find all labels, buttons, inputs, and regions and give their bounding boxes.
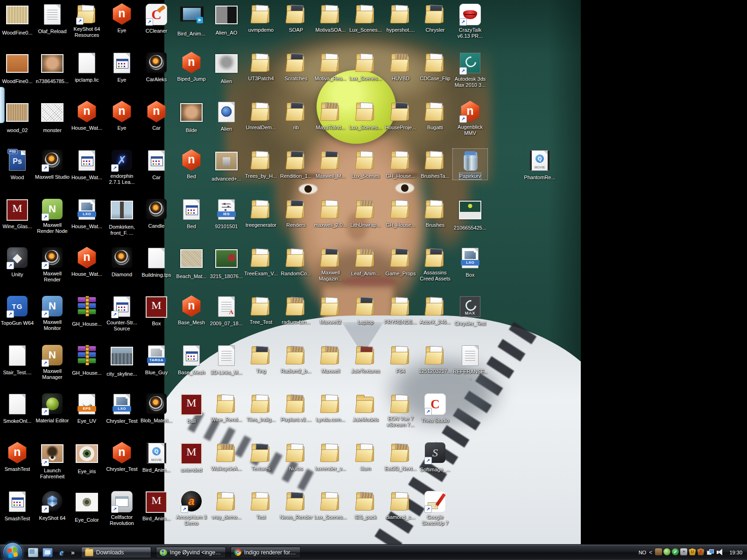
quicklaunch-overflow-chevron[interactable]: » [71, 549, 75, 556]
desktop-icon-topogun-w64[interactable]: TG↗TopoGun W64 [0, 295, 35, 327]
shield-check-icon[interactable] [672, 548, 679, 555]
desktop-icon-ccleaner[interactable]: C↗CCleaner [139, 3, 174, 35]
desktop-icon-textures[interactable]: Textures [244, 441, 278, 472]
desktop-icon-smokeonl[interactable]: SmokeOnl... [0, 392, 35, 425]
desktop-icon-treeexam-v[interactable]: TreeExam_V... [244, 246, 278, 277]
desktop-icon-rib[interactable]: rib [279, 100, 313, 131]
desktop-icon-referanse[interactable]: REFERANSE... [453, 344, 487, 381]
desktop-icon-domkirken-front-f[interactable]: Domkirken, front_F. ... [105, 198, 139, 237]
desktop-icon-lux-scenes[interactable]: Lux_Scenes... [348, 3, 383, 34]
desktop-icon-lux-scenes[interactable]: Lux_Scenes [348, 149, 383, 180]
desktop-icon-ting[interactable]: Ting [244, 344, 278, 375]
desktop-icon-brushesta[interactable]: BrushesTa... [418, 149, 452, 180]
desktop-icon-lux-scenes[interactable]: Lux_Scenes... [348, 51, 383, 82]
desktop-icon-maxwell2[interactable]: Maxwell2 [313, 295, 348, 326]
desktop-icon-autodesk-3ds-max-2010-3[interactable]: ↗Autodesk 3ds Max 2010 3... [453, 51, 487, 89]
desktop-icon-bird-anim[interactable]: QMOVIEBird_Anim... [139, 441, 174, 474]
show-desktop-icon[interactable] [28, 548, 38, 557]
desktop-icon-eye-color[interactable]: Eye_Color [70, 490, 104, 524]
desktop-icon-house-wat[interactable]: nHouse_Wat... [70, 100, 104, 132]
desktop-icon-buildning-tps[interactable]: Buildning.tps [139, 246, 174, 279]
desktop-icon-bird-anim[interactable]: ▶Bird_Anim... [174, 3, 209, 37]
desktop-icon-soap[interactable]: SOAP [279, 3, 313, 34]
desktop-icon-gh-house[interactable]: GH_House... [70, 295, 104, 328]
desktop-icon-mayatoind[interactable]: MayaToInd... [313, 100, 348, 131]
desktop-icon-assassins-creed-assets[interactable]: Assassins Creed Assets [418, 246, 452, 282]
desktop-icon-motiva-rea[interactable]: Motiva_Rea... [313, 51, 348, 82]
app-star-icon[interactable] [680, 548, 687, 555]
desktop-icon-actorx-246[interactable]: ActorX_246... [418, 295, 452, 326]
desktop-icon-f64[interactable]: F64 [383, 344, 418, 375]
desktop-icon-car[interactable]: nCar [139, 100, 174, 132]
desktop-icon-trees-by-h[interactable]: Trees_by_H... [244, 149, 278, 180]
desktop-icon-caraleks[interactable]: CarAleks [139, 51, 174, 83]
desktop-icon-smashtest[interactable]: nSmashTest [0, 441, 35, 473]
desktop-icon-pixplant-v2[interactable]: Pixplant.v2.... [279, 392, 313, 423]
desktop-icon-eye-uv[interactable]: EPSEye_UV [70, 392, 104, 425]
desktop-icon-alien[interactable]: Alien [209, 51, 244, 85]
desktop-icon-keyshot-64[interactable]: ↗KeyShot 64 [35, 490, 70, 522]
desktop-icon-game-props[interactable]: Game_Props [383, 246, 418, 277]
desktop-icon-monster[interactable]: monster [35, 100, 70, 134]
desktop-icon-city-skyline[interactable]: city_skyline... [105, 344, 139, 378]
desktop-icon-cellfactor-revolution[interactable]: ↗Cellfactor Revolution [105, 490, 139, 527]
desktop-icon-smashtest[interactable]: SmashTest [0, 490, 35, 522]
desktop-icon-augenblick-mmv[interactable]: n↗Augenblick MMV [453, 100, 487, 137]
switch-windows-icon[interactable] [42, 548, 53, 557]
desktop-icon-crazytalk-v6-13-pr[interactable]: ↗CrazyTalk v6.13 PR... [453, 3, 487, 40]
desktop-icon-house-wat[interactable]: nHouse_Wat... [70, 246, 104, 278]
desktop-icon-papirkurv[interactable]: Papirkurv [453, 149, 487, 180]
network-icon[interactable] [707, 549, 714, 556]
desktop-icon-radium2-b[interactable]: Radium2_b... [279, 344, 313, 375]
desktop-icon-lux-scenes[interactable]: Lux_Scenes... [313, 490, 348, 521]
desktop-icon-softimage[interactable]: S↗Softimage_... [418, 441, 452, 473]
taskbar-button-indigo-renderer-foru[interactable]: Indigo renderer foru... [231, 547, 301, 558]
desktop-icon-test[interactable]: Test [244, 490, 278, 521]
start-button[interactable] [2, 542, 23, 560]
desktop-icon-bed[interactable]: Bed [174, 198, 209, 230]
desktop-icon-ies-pack[interactable]: IES_pack [348, 490, 383, 521]
desktop-icon-houseproje[interactable]: HouseProje... [383, 100, 418, 131]
desktop-icon-olaf-reload[interactable]: Olaf_Reload [35, 3, 70, 35]
desktop-icon-hypershot[interactable]: hypershot.... [383, 3, 418, 34]
desktop-icon-eye[interactable]: nEye [105, 3, 139, 34]
desktop-icon-92101501[interactable]: IES92101501 [209, 198, 244, 230]
desktop-icon-alien-ao[interactable]: Alien_AO [209, 3, 244, 36]
internet-explorer-icon[interactable]: e [57, 548, 66, 557]
desktop-icon-motivasoa[interactable]: MotivaSOA... [313, 3, 348, 34]
desktop-icon-stair-test[interactable]: Stair_Test.... [0, 344, 35, 376]
desktop-icon-maxwell-render[interactable]: ↗Maxwell Render [35, 246, 70, 283]
desktop-icon-eye[interactable]: Eye [105, 51, 139, 84]
desktop-icon-leaf-anim[interactable]: Leaf_Anim... [348, 246, 383, 277]
desktop-icon-julemodels[interactable]: JuleModels [348, 392, 383, 423]
hand-icon[interactable] [655, 548, 662, 555]
desktop-icon-ut3patch4[interactable]: UT3Patch4 [244, 51, 278, 82]
desktop-icon-maxwell-2-0[interactable]: maxwell_2.0... [313, 198, 348, 229]
desktop-icon-juletextures[interactable]: JuleTextures [348, 344, 383, 375]
desktop-icon-chrysler-test[interactable]: MAXChrysler_Test [453, 295, 487, 327]
desktop-icon-car[interactable]: Car [139, 149, 174, 181]
desktop-icon-google-sketchup-7[interactable]: ↗Google SketchUp 7 [418, 490, 452, 527]
desktop-icon-gh-house[interactable]: GH_House... [383, 198, 418, 229]
desktop-icon-keyshot-64-resources[interactable]: ↗KeyShot 64 Resources [70, 3, 104, 39]
desktop-icon-house-wat[interactable]: House_Wat... [70, 149, 104, 181]
desktop-icon-cdcase-flip[interactable]: CDCase_Flip [418, 51, 452, 82]
desktop-icon-bugatti[interactable]: Bugatti [418, 100, 452, 131]
desktop-icon-bed[interactable]: nBed [174, 149, 209, 180]
clock[interactable]: 19:30 [729, 550, 742, 555]
desktop-icon-1251203217[interactable]: 1251203217... [418, 344, 452, 375]
desktop-icon-axtended[interactable]: Maxtended [174, 441, 209, 474]
desktop-icon-treegenerator[interactable]: treegenerator [244, 198, 278, 229]
desktop-icon-laptop[interactable]: Laptop [348, 295, 383, 326]
desktop-icon-ball[interactable]: MBall [174, 392, 209, 425]
desktop-icon-endorphin-2-7-1-lea[interactable]: ✗↗endorphin 2.7.1 Lea... [105, 149, 139, 186]
desktop-icon-renders[interactable]: Renders [279, 198, 313, 229]
desktop-icon-eat3d-next[interactable]: Eat3D_Next... [383, 441, 418, 472]
desktop-icon-lynda-com[interactable]: Lynda.com... [313, 392, 348, 423]
desktop-icon-woodfine0[interactable]: WoodFine0... [0, 3, 35, 36]
desktop-icon-box[interactable]: LXOBox [453, 246, 487, 279]
desktop-icon-diamond-c[interactable]: diamond_c... [383, 490, 418, 521]
desktop-icon-maxwell-manager[interactable]: N↗Maxwell Manager [35, 344, 70, 381]
desktop-icon-unrealdem[interactable]: UnrealDem... [244, 100, 278, 131]
desktop-icon-material-editor[interactable]: ↗Material Editor [35, 392, 70, 424]
